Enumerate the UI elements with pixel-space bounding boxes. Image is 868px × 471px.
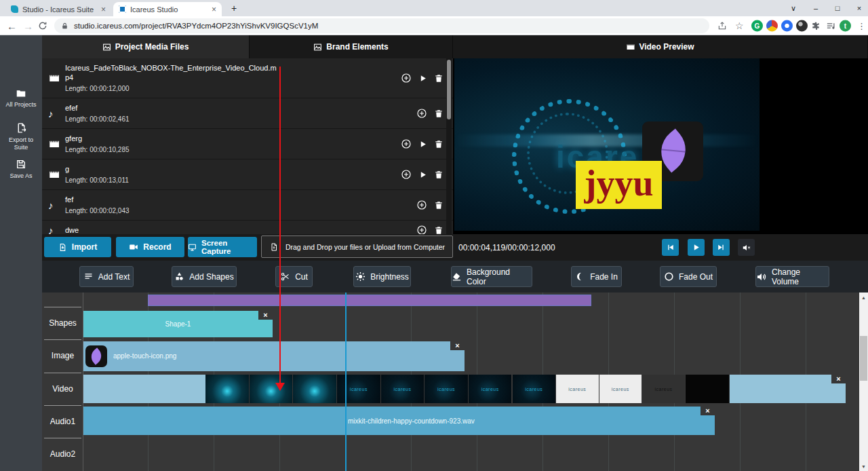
caption-overlay[interactable]: jyyu: [576, 161, 662, 209]
address-bar[interactable]: studio.icareus.com/project/RVA3PYdcm4OP2…: [54, 18, 709, 33]
browser-tab-suite[interactable]: Studio - Icareus Suite ×: [5, 2, 111, 16]
annotation-arrow-head: [275, 383, 285, 391]
brightness-button[interactable]: Brightness: [353, 266, 411, 287]
forward-icon[interactable]: →: [23, 20, 33, 31]
delete-clip-icon[interactable]: ×: [701, 407, 715, 415]
browser-tab-studio[interactable]: Icareus Studio ×: [113, 2, 222, 16]
play-icon[interactable]: [418, 140, 427, 149]
sidebar-item-save-as[interactable]: Save As: [0, 159, 42, 180]
text-clip[interactable]: [148, 295, 591, 306]
video-clip-head[interactable]: [83, 375, 205, 403]
tab-brand-elements[interactable]: Brand Elements: [250, 35, 453, 58]
video-thumbnail-frame: icareus: [599, 375, 642, 403]
image-clip[interactable]: apple-touch-icon.png ×: [83, 341, 465, 371]
scroll-down-icon[interactable]: ▼: [859, 462, 868, 470]
track-label-video: Video: [42, 384, 83, 394]
delete-clip-icon[interactable]: ×: [258, 311, 273, 320]
extension-blue-icon[interactable]: [781, 20, 793, 31]
add-to-timeline-icon[interactable]: [401, 169, 412, 180]
tab-close-icon[interactable]: ×: [212, 5, 216, 14]
tab-close-icon[interactable]: ×: [101, 5, 106, 14]
add-to-timeline-icon[interactable]: [416, 225, 427, 234]
fade-out-button[interactable]: Fade Out: [660, 266, 717, 287]
monitor-icon: [188, 243, 197, 252]
background-color-icon: [452, 271, 462, 282]
back-icon[interactable]: ←: [7, 20, 17, 31]
bookmark-star-icon[interactable]: ☆: [735, 20, 744, 31]
extension-dark-icon[interactable]: [796, 20, 808, 31]
share-icon[interactable]: [717, 21, 727, 31]
play-button[interactable]: [688, 239, 705, 256]
kebab-menu-icon[interactable]: ⋮: [857, 20, 866, 31]
trash-icon[interactable]: [434, 139, 443, 149]
add-shapes-button[interactable]: Add Shapes: [172, 266, 237, 287]
trash-icon[interactable]: [434, 225, 443, 235]
add-text-button[interactable]: Add Text: [79, 266, 134, 287]
tab-project-media-files[interactable]: Project Media Files: [42, 35, 250, 58]
video-thumbnail-frame: icareus: [425, 375, 468, 403]
sidebar-item-all-projects[interactable]: All Projects: [0, 88, 42, 109]
grammarly-extension-icon[interactable]: G: [751, 20, 763, 31]
studio-favicon: [119, 5, 126, 13]
shape-clip[interactable]: Shape-1 ×: [83, 311, 273, 337]
suite-favicon: [11, 5, 18, 13]
profile-avatar[interactable]: t: [840, 20, 851, 31]
background-color-button[interactable]: Background Color: [451, 266, 532, 287]
film-icon: [626, 43, 635, 51]
media-file-row[interactable]: ♪fefLength: 00:00:02,043: [42, 190, 453, 221]
media-scrollbar[interactable]: [446, 58, 452, 234]
play-icon[interactable]: [418, 74, 427, 83]
play-icon[interactable]: [418, 170, 427, 179]
step-forward-button[interactable]: [713, 239, 730, 256]
drag-drop-zone[interactable]: Drag and Drop your files or Upload from …: [261, 236, 453, 258]
add-to-timeline-icon[interactable]: [401, 138, 412, 149]
frame-logo-text: icareus: [568, 387, 586, 392]
media-file-row[interactable]: gLength: 00:00:13,011: [42, 159, 453, 190]
change-volume-button[interactable]: Change Volume: [755, 266, 829, 287]
sidebar-item-export-to-suite[interactable]: Export to Suite: [0, 122, 42, 151]
media-scrollbar-thumb[interactable]: [447, 60, 451, 119]
trash-icon[interactable]: [434, 200, 443, 210]
fade-in-button[interactable]: Fade In: [571, 266, 622, 287]
record-button[interactable]: Record: [116, 237, 184, 257]
media-file-row[interactable]: ♪dwe: [42, 221, 453, 234]
window-maximize-button[interactable]: □: [827, 0, 848, 16]
reload-icon[interactable]: [38, 21, 47, 31]
media-file-length: Length: 00:00:12,000: [65, 85, 391, 93]
media-file-row[interactable]: ♪efefLength: 00:00:02,461: [42, 98, 453, 129]
add-to-timeline-icon[interactable]: [416, 200, 427, 210]
delete-clip-icon[interactable]: ×: [831, 375, 846, 383]
media-file-row[interactable]: Icareus_FadeToBlack_NOBOX-The_Enterprise…: [42, 58, 453, 98]
window-chevron-icon[interactable]: ∨: [783, 0, 804, 16]
media-file-row[interactable]: gfergLength: 00:00:10,285: [42, 129, 453, 159]
video-preview-frame[interactable]: icare jyyu: [454, 58, 760, 231]
trash-icon[interactable]: [434, 170, 443, 180]
playhead[interactable]: [345, 293, 347, 471]
extension-ball-icon[interactable]: [766, 20, 778, 31]
step-back-button[interactable]: [662, 239, 679, 256]
frame-logo-text: icareus: [393, 387, 411, 392]
export-icon: [0, 122, 42, 134]
window-close-button[interactable]: ×: [849, 0, 868, 16]
reading-list-icon[interactable]: [826, 20, 836, 31]
video-clip-tail[interactable]: ×: [730, 375, 846, 403]
new-tab-button[interactable]: +: [226, 0, 242, 16]
screen-capture-button[interactable]: Screen Capture: [188, 237, 257, 257]
tab-video-preview[interactable]: Video Preview: [453, 35, 868, 58]
add-to-timeline-icon[interactable]: [416, 108, 427, 119]
mute-button[interactable]: [738, 239, 755, 256]
extensions-puzzle-icon[interactable]: [811, 21, 821, 31]
import-button[interactable]: Import: [44, 237, 111, 257]
add-to-timeline-icon[interactable]: [401, 73, 412, 83]
audio1-clip[interactable]: mixkit-children-happy-countdown-923.wav …: [83, 407, 715, 435]
cut-button[interactable]: Cut: [275, 266, 313, 287]
media-file-length: Length: 00:00:02,461: [65, 115, 391, 124]
timeline-scrollbar-thumb[interactable]: [860, 336, 867, 381]
window-minimize-button[interactable]: –: [806, 0, 826, 16]
delete-clip-icon[interactable]: ×: [450, 341, 465, 350]
timeline-scrollbar[interactable]: ▲ ▼: [859, 293, 868, 471]
scroll-up-icon[interactable]: ▲: [859, 293, 868, 301]
trash-icon[interactable]: [434, 109, 443, 119]
trash-icon[interactable]: [434, 73, 443, 83]
media-file-length: Length: 00:00:13,011: [65, 176, 391, 185]
